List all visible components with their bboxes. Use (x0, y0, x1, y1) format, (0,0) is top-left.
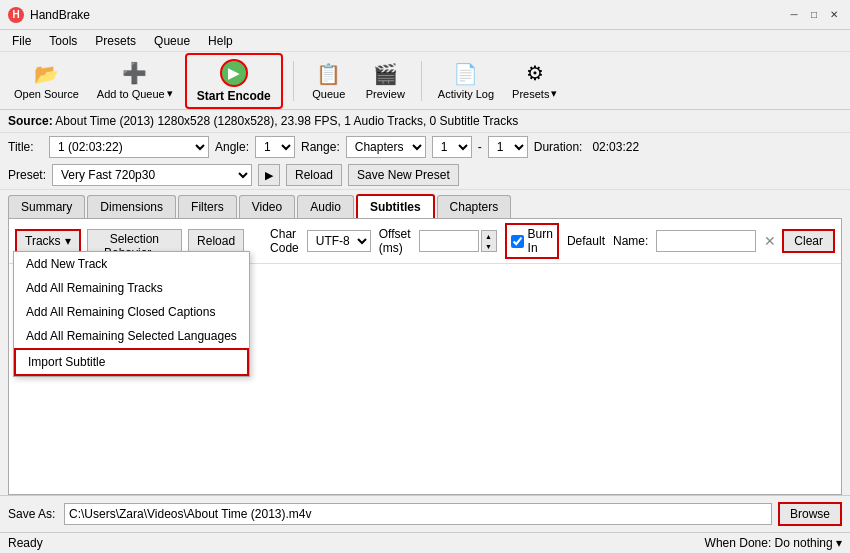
queue-button[interactable]: 📋 Queue (304, 58, 354, 104)
add-to-queue-button[interactable]: ➕ Add to Queue ▾ (91, 57, 179, 104)
app-window: H HandBrake ─ □ ✕ File Tools Presets Que… (0, 0, 850, 553)
log-icon: 📄 (453, 62, 478, 86)
menu-tools[interactable]: Tools (41, 32, 85, 50)
add-queue-icon: ➕ (122, 61, 147, 85)
selection-behavior-button[interactable]: Selection Behavior ... (87, 229, 183, 253)
char-code-label: Char Code (270, 227, 299, 255)
reload-preset-button[interactable]: Reload (286, 164, 342, 186)
presets-button[interactable]: ⚙ Presets ▾ (506, 57, 563, 104)
when-done-label: When Done: (705, 536, 772, 550)
range-label: Range: (301, 140, 340, 154)
maximize-button[interactable]: □ (806, 7, 822, 23)
app-title: HandBrake (30, 8, 90, 22)
presets-icon: ⚙ (526, 61, 544, 85)
start-encode-button[interactable]: ▶ Start Encode (185, 53, 283, 109)
menu-bar: File Tools Presets Queue Help (0, 30, 850, 52)
remove-track-button[interactable]: ✕ (764, 233, 776, 249)
preset-arrow-button[interactable]: ▶ (258, 164, 280, 186)
when-done-value: Do nothing (775, 536, 833, 550)
duration-label: Duration: (534, 140, 583, 154)
title-bar-left: H HandBrake (8, 7, 90, 23)
dropdown-add-selected-languages[interactable]: Add All Remaining Selected Languages (14, 324, 249, 348)
dropdown-add-closed-captions[interactable]: Add All Remaining Closed Captions (14, 300, 249, 324)
tabs-and-content: Summary Dimensions Filters Video Audio S… (0, 190, 850, 495)
burn-in-checkbox[interactable] (511, 235, 524, 248)
tab-audio[interactable]: Audio (297, 195, 354, 218)
default-label: Default (567, 234, 605, 248)
menu-queue[interactable]: Queue (146, 32, 198, 50)
menu-presets[interactable]: Presets (87, 32, 144, 50)
dropdown-add-all-remaining[interactable]: Add All Remaining Tracks (14, 276, 249, 300)
subtitles-toolbar: Tracks ▾ Selection Behavior ... Reload C… (9, 219, 841, 264)
subtitle-track-controls: Char Code UTF-8 Offset (ms) ▲ ▼ (270, 223, 776, 259)
menu-file[interactable]: File (4, 32, 39, 50)
activity-log-button[interactable]: 📄 Activity Log (432, 58, 500, 104)
tabs-bar: Summary Dimensions Filters Video Audio S… (0, 190, 850, 218)
status-text: Ready (8, 536, 43, 550)
status-bar: Ready When Done: Do nothing ▾ (0, 532, 850, 553)
title-row: Title: 1 (02:03:22) Angle: 1 Range: Chap… (0, 133, 850, 161)
preview-icon: 🎬 (373, 62, 398, 86)
toolbar-separator-2 (421, 61, 422, 101)
name-label: Name: (613, 234, 648, 248)
tab-filters[interactable]: Filters (178, 195, 237, 218)
duration-value: 02:03:22 (592, 140, 639, 154)
angle-label: Angle: (215, 140, 249, 154)
chapter-end-select[interactable]: 1 (488, 136, 528, 158)
toolbar-separator (293, 61, 294, 101)
chapter-start-select[interactable]: 1 (432, 136, 472, 158)
tracks-dropdown-menu: Add New Track Add All Remaining Tracks A… (13, 251, 250, 377)
name-input[interactable] (656, 230, 756, 252)
title-label: Title: (8, 140, 43, 154)
queue-icon: 📋 (316, 62, 341, 86)
browse-button[interactable]: Browse (778, 502, 842, 526)
preview-button[interactable]: 🎬 Preview (360, 58, 411, 104)
content-panel: Tracks ▾ Selection Behavior ... Reload C… (8, 218, 842, 495)
save-as-path-input[interactable] (64, 503, 772, 525)
window-controls: ─ □ ✕ (786, 7, 842, 23)
preset-label: Preset: (8, 168, 46, 182)
when-done-area: When Done: Do nothing ▾ (705, 536, 842, 550)
minimize-button[interactable]: ─ (786, 7, 802, 23)
preset-row: Preset: Very Fast 720p30 ▶ Reload Save N… (0, 161, 850, 190)
clear-button[interactable]: Clear (782, 229, 835, 253)
offset-input[interactable] (419, 230, 479, 252)
add-queue-arrow-icon: ▾ (167, 87, 173, 100)
range-select[interactable]: Chapters (346, 136, 426, 158)
preset-select[interactable]: Very Fast 720p30 (52, 164, 252, 186)
offset-spin-up[interactable]: ▲ (482, 231, 496, 241)
reload-subtitles-button[interactable]: Reload (188, 229, 244, 253)
burn-in-container: Burn In (505, 223, 559, 259)
save-as-label: Save As: (8, 507, 58, 521)
toolbar: 📂 Open Source ➕ Add to Queue ▾ ▶ Start E… (0, 52, 850, 110)
folder-open-icon: 📂 (34, 62, 59, 86)
chapter-dash: - (478, 140, 482, 154)
source-bar: Source: About Time (2013) 1280x528 (1280… (0, 110, 850, 133)
open-source-button[interactable]: 📂 Open Source (8, 58, 85, 104)
char-code-select[interactable]: UTF-8 (307, 230, 371, 252)
burn-in-label: Burn In (528, 227, 553, 255)
when-done-arrow-icon: ▾ (836, 536, 842, 550)
tab-summary[interactable]: Summary (8, 195, 85, 218)
menu-help[interactable]: Help (200, 32, 241, 50)
save-as-bar: Save As: Browse (0, 495, 850, 532)
play-icon: ▶ (220, 59, 248, 87)
close-button[interactable]: ✕ (826, 7, 842, 23)
dropdown-import-subtitle[interactable]: Import Subtitle (14, 348, 249, 376)
app-icon: H (8, 7, 24, 23)
tab-subtitles[interactable]: Subtitles (356, 194, 435, 218)
tab-chapters[interactable]: Chapters (437, 195, 512, 218)
save-preset-button[interactable]: Save New Preset (348, 164, 459, 186)
offset-spinner: ▲ ▼ (481, 230, 497, 252)
dropdown-add-new-track[interactable]: Add New Track (14, 252, 249, 276)
offset-spin-down[interactable]: ▼ (482, 241, 496, 251)
offset-label: Offset (ms) (379, 227, 411, 255)
tab-dimensions[interactable]: Dimensions (87, 195, 176, 218)
tracks-button[interactable]: Tracks ▾ (15, 229, 81, 253)
presets-arrow-icon: ▾ (551, 87, 557, 100)
offset-area: ▲ ▼ (419, 230, 497, 252)
title-select[interactable]: 1 (02:03:22) (49, 136, 209, 158)
angle-select[interactable]: 1 (255, 136, 295, 158)
tab-video[interactable]: Video (239, 195, 295, 218)
title-bar: H HandBrake ─ □ ✕ (0, 0, 850, 30)
